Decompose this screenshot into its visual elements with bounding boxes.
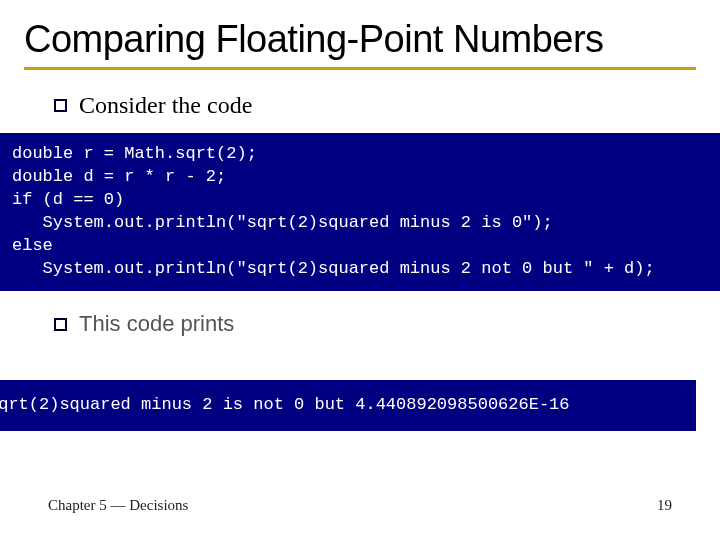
slide-title: Comparing Floating-Point Numbers — [24, 18, 696, 61]
footer-page-number: 19 — [657, 497, 672, 514]
bullet-item: This code prints — [24, 311, 234, 337]
square-bullet-icon — [54, 318, 67, 331]
bullet-item: Consider the code — [24, 92, 696, 119]
code-block-source: double r = Math.sqrt(2); double d = r * … — [0, 133, 720, 291]
bullet-text: This code prints — [79, 311, 234, 337]
bullet-text: Consider the code — [79, 92, 252, 119]
square-bullet-icon — [54, 99, 67, 112]
slide: Comparing Floating-Point Numbers Conside… — [0, 0, 720, 540]
code-block-output: sqrt(2)squared minus 2 is not 0 but 4.44… — [0, 380, 696, 431]
slide-footer: Chapter 5 — Decisions 19 — [48, 497, 672, 514]
footer-chapter: Chapter 5 — Decisions — [48, 497, 188, 514]
title-underline — [24, 67, 696, 70]
